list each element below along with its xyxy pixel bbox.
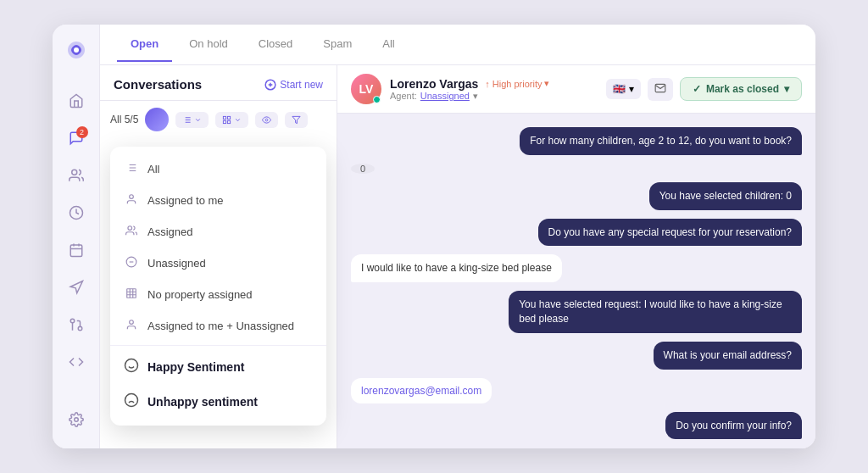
start-new-button[interactable]: Start new	[264, 79, 323, 91]
avatar: LV	[351, 74, 381, 104]
svg-rect-21	[228, 116, 231, 119]
people-icon	[124, 225, 139, 239]
dropdown-item-assigned-me-unassigned[interactable]: Assigned to me + Unassigned	[110, 310, 326, 342]
sidebar-item-calendar[interactable]	[61, 235, 92, 265]
tab-closed[interactable]: Closed	[245, 27, 306, 62]
sidebar-item-git[interactable]	[61, 309, 92, 340]
minus-circle-icon	[124, 256, 139, 270]
message-3: You have selected children: 0	[649, 182, 802, 210]
chat-messages: For how many children, age 2 to 12, do y…	[337, 114, 815, 448]
agent-link[interactable]: Unassigned	[420, 91, 470, 101]
dropdown-item-assigned-me[interactable]: Assigned to me	[110, 185, 326, 216]
svg-point-8	[70, 319, 75, 323]
svg-rect-3	[70, 245, 82, 257]
group-button[interactable]	[215, 112, 248, 128]
list-icon	[124, 162, 139, 176]
filter-button[interactable]	[285, 112, 308, 128]
tab-onhold[interactable]: On hold	[175, 27, 242, 62]
message-bubble: You have selected children: 0	[649, 182, 802, 210]
dropdown-item-assigned[interactable]: Assigned	[110, 216, 326, 248]
logo[interactable]	[64, 38, 88, 65]
closed-chevron: ▾	[784, 83, 789, 95]
svg-point-33	[128, 226, 132, 231]
smile-icon	[124, 358, 139, 376]
message-bubble: Do you confirm your info?	[665, 412, 802, 440]
notification-badge: 2	[76, 126, 88, 138]
svg-rect-36	[127, 289, 136, 298]
main-content: Open On hold Closed Spam All Conversatio…	[100, 25, 815, 448]
svg-marker-25	[292, 116, 300, 123]
lang-chevron: ▾	[629, 83, 634, 95]
sidebar-item-chart[interactable]	[61, 198, 92, 228]
message-8: lorenzovargas@email.com	[351, 378, 492, 403]
message-9: Do you confirm your info?	[665, 412, 802, 440]
tab-spam[interactable]: Spam	[309, 27, 365, 62]
dropdown-item-unhappy[interactable]: Unhappy sentiment	[110, 384, 326, 419]
checkmark-icon: ✓	[693, 83, 701, 95]
priority-badge[interactable]: ↑ High priority ▾	[485, 78, 549, 89]
frown-icon	[124, 392, 139, 410]
dropdown-item-all[interactable]: All	[110, 153, 326, 185]
conversations-title: Conversations	[114, 77, 202, 92]
dropdown-item-unassigned[interactable]: Unassigned	[110, 248, 326, 279]
sidebar-item-users[interactable]	[61, 160, 92, 191]
conversations-panel: Conversations Start new All 5/5	[100, 65, 337, 448]
email-button[interactable]	[648, 78, 673, 101]
arrow-up-icon: ↑	[485, 79, 490, 89]
sidebar: 2	[53, 25, 100, 448]
message-7: What is your email address?	[654, 342, 802, 370]
toggle-circle[interactable]	[145, 108, 169, 131]
sort-button[interactable]	[175, 112, 209, 128]
message-1: For how many children, age 2 to 12, do y…	[520, 127, 802, 155]
chat-user-info: LV Lorenzo Vargas ↑ High priority ▾	[351, 74, 549, 104]
agent-row: Agent: Unassigned ▾	[390, 91, 549, 102]
chat-actions: 🇬🇧 ▾ ✓ Mark as closed ▾	[606, 77, 802, 101]
sidebar-item-code[interactable]	[61, 347, 92, 377]
svg-rect-23	[228, 120, 231, 123]
svg-point-1	[71, 170, 76, 175]
message-4: Do you have any special request for your…	[538, 219, 803, 247]
user-name: Lorenzo Vargas	[390, 77, 478, 91]
conversations-header: Conversations Start new	[100, 65, 337, 101]
message-5: I would like to have a king-size bed ple…	[351, 254, 562, 282]
svg-rect-20	[224, 116, 226, 119]
message-6: You have selected request: I would like …	[509, 291, 802, 333]
tab-bar: Open On hold Closed Spam All	[100, 25, 815, 65]
dropdown-item-happy[interactable]: Happy Sentiment	[110, 349, 326, 384]
message-bubble: Do you have any special request for your…	[538, 219, 803, 247]
online-indicator	[373, 96, 381, 103]
svg-point-32	[130, 195, 134, 199]
message-bubble: For how many children, age 2 to 12, do y…	[520, 127, 802, 155]
chat-header: LV Lorenzo Vargas ↑ High priority ▾	[337, 65, 815, 114]
message-badge: 0	[351, 164, 375, 174]
message-bubble: lorenzovargas@email.com	[351, 378, 492, 403]
all-filter[interactable]: All 5/5	[110, 114, 138, 125]
svg-point-24	[265, 119, 268, 121]
sidebar-item-megaphone[interactable]	[61, 272, 92, 303]
user-details: Lorenzo Vargas ↑ High priority ▾ Agent: …	[390, 77, 549, 102]
svg-point-38	[125, 359, 138, 372]
sidebar-item-home[interactable]	[61, 86, 92, 116]
tab-all[interactable]: All	[369, 27, 408, 62]
content-area: Conversations Start new All 5/5	[100, 65, 815, 448]
chat-panel: LV Lorenzo Vargas ↑ High priority ▾	[337, 65, 815, 448]
mark-closed-button[interactable]: ✓ Mark as closed ▾	[680, 77, 802, 101]
view-button[interactable]	[255, 112, 278, 128]
filter-dropdown: All Assigned to me Assigned	[110, 147, 326, 426]
dropdown-item-no-property[interactable]: No property assigned	[110, 279, 326, 310]
svg-point-7	[78, 326, 82, 331]
message-bubble: You have selected request: I would like …	[509, 291, 802, 333]
svg-point-0	[74, 47, 79, 53]
building-icon	[124, 287, 139, 302]
svg-point-41	[125, 394, 138, 407]
sidebar-item-settings[interactable]	[61, 404, 92, 435]
svg-rect-22	[224, 120, 226, 123]
person-plus-icon	[124, 319, 139, 333]
person-icon	[124, 193, 139, 208]
agent-chevron: ▾	[473, 91, 478, 102]
language-button[interactable]: 🇬🇧 ▾	[606, 79, 641, 99]
message-bubble: What is your email address?	[654, 342, 802, 370]
sidebar-item-chat[interactable]: 2	[61, 123, 92, 153]
divider	[110, 345, 326, 346]
tab-open[interactable]: Open	[117, 27, 172, 62]
